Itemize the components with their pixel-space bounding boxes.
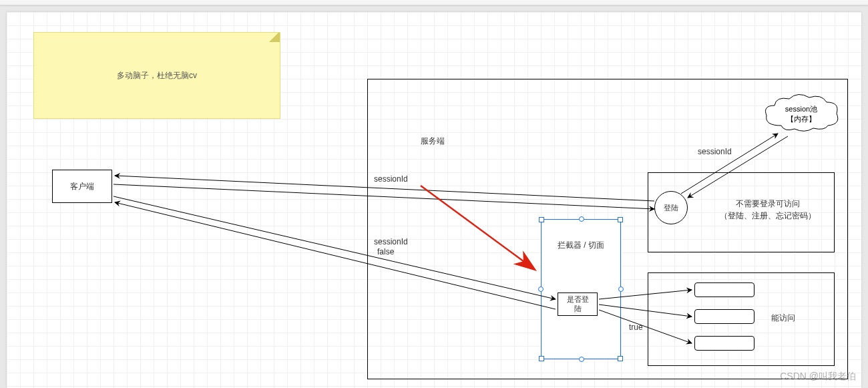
noauth-line2: （登陆、注册、忘记密码） bbox=[708, 210, 828, 222]
edge-sessionid-1: sessionId bbox=[374, 174, 408, 184]
auth-item-3[interactable] bbox=[694, 336, 754, 351]
watermark: CSDN @叫我老伯 bbox=[780, 371, 856, 383]
decision-box[interactable]: 是否登 陆 bbox=[558, 293, 598, 316]
client-box[interactable]: 客户端 bbox=[52, 170, 112, 203]
interceptor-label: 拦截器 / 切面 bbox=[558, 240, 604, 251]
server-label: 服务端 bbox=[421, 136, 445, 147]
edge-false: false bbox=[377, 247, 394, 256]
edge-sessionid-2: sessionId bbox=[374, 237, 408, 246]
pool-line1: session池 bbox=[785, 104, 817, 114]
app-toolbar bbox=[0, 0, 868, 5]
login-label: 登陆 bbox=[664, 203, 678, 213]
decision-label: 是否登 陆 bbox=[567, 295, 589, 313]
noauth-text: 不需要登录可访问 （登陆、注册、忘记密码） bbox=[708, 198, 828, 222]
edge-sessionid-3: sessionId bbox=[698, 147, 732, 156]
sticky-note[interactable]: 多动脑子，杜绝无脑cv bbox=[33, 32, 280, 119]
interceptor-box[interactable]: 拦截器 / 切面 bbox=[541, 219, 621, 359]
client-label: 客户端 bbox=[70, 181, 94, 192]
pool-line2: 【内存】 bbox=[785, 114, 817, 124]
session-pool-cloud[interactable]: session池 【内存】 bbox=[761, 92, 841, 136]
auth-label: 能访问 bbox=[771, 313, 795, 324]
note-text: 多动脑子，杜绝无脑cv bbox=[117, 70, 197, 81]
edge-true: true bbox=[629, 323, 643, 332]
auth-item-2[interactable] bbox=[694, 309, 754, 324]
login-circle[interactable]: 登陆 bbox=[654, 191, 688, 224]
noauth-line1: 不需要登录可访问 bbox=[708, 198, 828, 210]
diagram-canvas[interactable]: 多动脑子，杜绝无脑cv 客户端 服务端 登陆 不需要登录可访问 （登陆、注册、忘… bbox=[7, 12, 861, 388]
auth-item-1[interactable] bbox=[694, 282, 754, 297]
